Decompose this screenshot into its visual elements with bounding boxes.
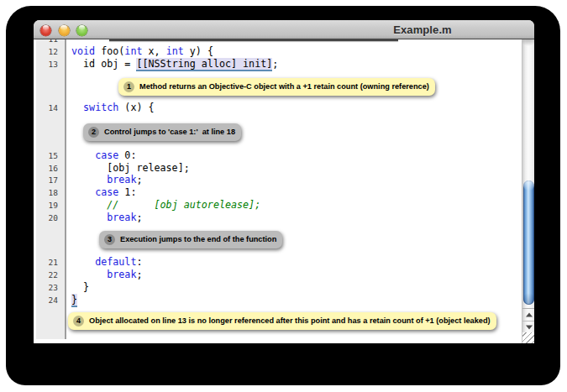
code-line: 13 id obj = [[NSString alloc] init]; (34, 58, 522, 71)
line-number: 20 (34, 212, 58, 224)
code-text: switch (x) { (71, 102, 155, 114)
line-number: 12 (34, 45, 58, 58)
code-line: 17 break; (34, 174, 522, 186)
code-text: // [obj autorelease]; (71, 199, 260, 212)
code-line: 15 case 0: (34, 149, 522, 162)
line-number: 17 (34, 174, 58, 186)
scroll-down-button[interactable] (522, 321, 534, 332)
code-line: 19 // [obj autorelease]; (34, 199, 522, 212)
resize-grip[interactable] (522, 332, 534, 343)
path-index-badge: 3 (104, 234, 115, 245)
line-number: 11 (34, 39, 58, 45)
zoom-button[interactable] (76, 25, 87, 36)
highlighted-range: [[NSString alloc] init] (136, 58, 272, 71)
code-line: 18 case 1: (34, 186, 522, 199)
diagnostic-bubble-3: 3Execution jumps to the end of the funct… (99, 231, 282, 248)
diagnostic-bubble-2: 2Control jumps to 'case 1:' at line 18 (83, 123, 241, 141)
up-arrow-icon (526, 313, 533, 317)
line-number: 15 (34, 149, 58, 162)
line-number: 19 (34, 199, 58, 212)
diagnostic-bubble-4: 4Object allocated on line 13 is no longe… (68, 312, 496, 330)
code-text: id obj = [[NSString alloc] init]; (71, 58, 278, 71)
code-text: [obj release]; (71, 162, 190, 175)
code-text: case 1: (71, 186, 136, 199)
line-number: 23 (34, 281, 58, 294)
minimize-button[interactable] (59, 25, 70, 36)
vertical-scrollbar[interactable] (522, 39, 534, 332)
code-line: 24 } (34, 294, 522, 306)
code-line: 23 } (34, 281, 522, 294)
line-number: 13 (34, 58, 58, 71)
line-number: 16 (34, 162, 58, 175)
code-view: 11 12 void foo(int x, int y) { 13 id obj… (34, 39, 534, 343)
titlebar[interactable]: Example.m (34, 20, 534, 39)
scrollbar-thumb[interactable] (523, 180, 534, 305)
diagnostic-text: Execution jumps to the end of the functi… (120, 235, 276, 243)
code-text: void foo(int x, int y) { (71, 45, 213, 58)
window: Example.m 11 12 void foo(int x, int y) {… (34, 20, 534, 343)
path-index-badge: 4 (73, 316, 84, 327)
line-number: 14 (34, 102, 58, 114)
code-line: 11 (34, 39, 522, 45)
code-text: default: (71, 256, 142, 269)
source-code: 11 12 void foo(int x, int y) { 13 id obj… (34, 39, 522, 343)
code-text: } (71, 294, 77, 306)
code-text: break; (71, 174, 142, 186)
line-number: 21 (34, 256, 58, 269)
down-arrow-icon (526, 325, 533, 329)
path-index-badge: 1 (123, 81, 134, 92)
window-title: Example.m (364, 24, 481, 37)
code-text: } (71, 281, 89, 294)
code-line: 14 switch (x) { (34, 102, 522, 114)
code-text: break; (71, 269, 142, 281)
path-index-badge: 2 (88, 127, 99, 138)
scroll-up-button[interactable] (522, 309, 534, 321)
line-number: 18 (34, 186, 58, 199)
diagnostic-text: Object allocated on line 13 is no longer… (89, 316, 491, 325)
line-number: 22 (34, 269, 58, 281)
code-text: case 0: (71, 149, 136, 162)
diagnostic-text: Control jumps to 'case 1:' at line 18 (104, 128, 235, 136)
code-line: 12 void foo(int x, int y) { (34, 45, 522, 58)
code-line: 21 default: (34, 256, 522, 269)
diagnostic-text: Method returns an Objective-C object wit… (139, 82, 429, 91)
scrollbar-buttons (522, 308, 534, 332)
code-line: 22 break; (34, 269, 522, 281)
line-number: 24 (34, 294, 58, 306)
code-text: break; (71, 212, 142, 224)
comment: // [obj autorelease]; (107, 199, 260, 211)
diagnostic-bubble-1: 1Method returns an Objective-C object wi… (118, 78, 435, 96)
close-button[interactable] (40, 25, 51, 36)
code-line: 20 break; (34, 212, 522, 224)
highlighted-range: } (71, 294, 77, 307)
code-line: 16 [obj release]; (34, 162, 522, 175)
